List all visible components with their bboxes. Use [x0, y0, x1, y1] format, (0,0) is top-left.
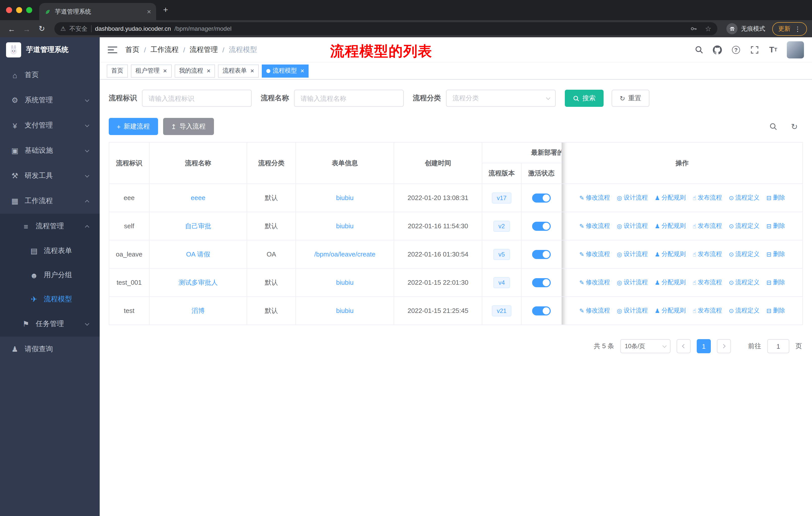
design-process-action[interactable]: ◎ 设计流程: [617, 278, 648, 287]
delete-action[interactable]: ⊟ 删除: [766, 222, 785, 230]
process-definition-action[interactable]: ⊙ 流程定义: [729, 250, 759, 259]
sidebar-item-process-model[interactable]: ✈ 流程模型: [0, 287, 100, 311]
close-icon[interactable]: ×: [300, 67, 304, 74]
modify-process-action[interactable]: ✎ 修改流程: [579, 250, 610, 259]
back-icon[interactable]: ←: [5, 24, 18, 33]
browser-menu-icon[interactable]: ⋮: [794, 25, 801, 32]
form-info-link[interactable]: biubiu: [336, 194, 353, 201]
tag-my-process[interactable]: 我的流程 ×: [174, 64, 215, 77]
design-process-action[interactable]: ◎ 设计流程: [617, 306, 648, 315]
publish-process-action[interactable]: ☝ 发布流程: [693, 306, 722, 315]
close-icon[interactable]: ×: [250, 67, 254, 74]
delete-action[interactable]: ⊟ 删除: [766, 193, 785, 202]
process-name-link[interactable]: 自己审批: [185, 222, 211, 229]
delete-action[interactable]: ⊟ 删除: [766, 306, 785, 315]
process-name-link[interactable]: 滔博: [192, 307, 205, 314]
address-bar[interactable]: ⚠ 不安全 dashboard.yudao.iocoder.cn/bpm/man…: [54, 22, 717, 35]
sidebar-item-infrastructure[interactable]: ▣ 基础设施: [0, 138, 100, 163]
forward-icon[interactable]: →: [20, 24, 33, 33]
publish-process-action[interactable]: ☝ 发布流程: [693, 222, 722, 230]
version-badge[interactable]: v5: [493, 249, 510, 260]
sidebar-item-workflow[interactable]: ▦ 工作流程: [0, 188, 100, 214]
refresh-icon[interactable]: ↻: [790, 122, 799, 131]
search-icon[interactable]: [694, 45, 704, 55]
browser-tab[interactable]: 芋道管理系统 ×: [39, 3, 156, 20]
version-badge[interactable]: v17: [492, 192, 512, 203]
sidebar-item-task-management[interactable]: ⚑ 任务管理: [0, 311, 100, 336]
publish-process-action[interactable]: ☝ 发布流程: [693, 278, 722, 287]
active-toggle[interactable]: [532, 193, 551, 202]
page-size-select[interactable]: 10条/页: [620, 339, 671, 353]
create-process-button[interactable]: + 新建流程: [109, 118, 158, 135]
page-1-button[interactable]: 1: [697, 339, 711, 353]
sidebar-collapse-icon[interactable]: [108, 46, 117, 54]
sidebar-item-home[interactable]: ⌂ 首页: [0, 62, 100, 88]
help-icon[interactable]: ?: [731, 45, 741, 55]
sidebar-item-user-group[interactable]: ☻ 用户分组: [0, 263, 100, 287]
form-info-link[interactable]: /bpm/oa/leave/create: [314, 250, 376, 258]
window-zoom-button[interactable]: [26, 7, 32, 13]
design-process-action[interactable]: ◎ 设计流程: [617, 222, 648, 230]
design-process-action[interactable]: ◎ 设计流程: [617, 250, 648, 259]
active-toggle[interactable]: [532, 306, 551, 315]
process-definition-action[interactable]: ⊙ 流程定义: [729, 222, 759, 230]
tag-tenant-management[interactable]: 租户管理 ×: [131, 64, 171, 77]
breadcrumb-home[interactable]: 首页: [125, 45, 140, 54]
reset-button[interactable]: ↻ 重置: [612, 90, 649, 107]
prev-page-button[interactable]: [676, 339, 691, 353]
search-icon[interactable]: [769, 122, 778, 131]
process-name-input[interactable]: [294, 90, 404, 107]
assign-rule-action[interactable]: ♟ 分配规则: [655, 222, 686, 230]
window-close-button[interactable]: [6, 7, 12, 13]
version-badge[interactable]: v2: [493, 220, 510, 232]
window-minimize-button[interactable]: [16, 7, 22, 13]
app-logo[interactable]: 芋道管理系统: [0, 37, 100, 62]
version-badge[interactable]: v21: [492, 305, 512, 316]
import-process-button[interactable]: ↥ 导入流程: [163, 118, 214, 135]
assign-rule-action[interactable]: ♟ 分配规则: [655, 278, 686, 287]
security-label[interactable]: 不安全: [69, 24, 88, 33]
active-toggle[interactable]: [532, 278, 551, 287]
process-name-link[interactable]: OA 请假: [186, 250, 210, 258]
tab-close-icon[interactable]: ×: [147, 7, 151, 16]
tag-process-form[interactable]: 流程表单 ×: [218, 64, 259, 77]
sidebar-item-leave-query[interactable]: ♟ 请假查询: [0, 336, 100, 362]
bookmark-star-icon[interactable]: ☆: [705, 25, 711, 33]
process-definition-action[interactable]: ⊙ 流程定义: [729, 278, 759, 287]
version-badge[interactable]: v4: [493, 277, 510, 288]
fullscreen-icon[interactable]: [750, 45, 760, 55]
process-name-link[interactable]: 测试多审批人: [178, 278, 218, 286]
process-definition-action[interactable]: ⊙ 流程定义: [729, 193, 759, 202]
modify-process-action[interactable]: ✎ 修改流程: [579, 222, 610, 230]
assign-rule-action[interactable]: ♟ 分配规则: [655, 306, 686, 315]
tag-process-model[interactable]: 流程模型 ×: [262, 64, 309, 77]
active-toggle[interactable]: [532, 250, 551, 259]
publish-process-action[interactable]: ☝ 发布流程: [693, 193, 722, 202]
browser-update-button[interactable]: 更新 ⋮: [772, 22, 807, 35]
form-info-link[interactable]: biubiu: [336, 307, 353, 315]
process-category-select[interactable]: 流程分类: [446, 90, 556, 107]
reload-icon[interactable]: ↻: [35, 24, 48, 33]
assign-rule-action[interactable]: ♟ 分配规则: [655, 193, 686, 202]
form-info-link[interactable]: biubiu: [336, 279, 353, 286]
key-icon[interactable]: [689, 24, 699, 34]
sidebar-item-dev-tools[interactable]: ⚒ 研发工具: [0, 163, 100, 188]
form-info-link[interactable]: biubiu: [336, 222, 353, 230]
font-size-icon[interactable]: TT: [768, 45, 778, 55]
breadcrumb-process-management[interactable]: 流程管理: [190, 45, 218, 54]
close-icon[interactable]: ×: [163, 67, 167, 74]
breadcrumb-workflow[interactable]: 工作流程: [150, 45, 179, 54]
new-tab-button[interactable]: +: [163, 5, 168, 15]
sidebar-item-payment-management[interactable]: ¥ 支付管理: [0, 113, 100, 138]
design-process-action[interactable]: ◎ 设计流程: [617, 193, 648, 202]
active-toggle[interactable]: [532, 221, 551, 230]
tag-home[interactable]: 首页: [107, 64, 128, 77]
delete-action[interactable]: ⊟ 删除: [766, 278, 785, 287]
process-id-input[interactable]: [142, 90, 252, 107]
github-icon[interactable]: [712, 45, 722, 55]
search-button[interactable]: 搜索: [565, 90, 604, 107]
sidebar-item-process-management[interactable]: ≡ 流程管理: [0, 214, 100, 239]
delete-action[interactable]: ⊟ 删除: [766, 250, 785, 259]
sidebar-item-system-management[interactable]: ⚙ 系统管理: [0, 88, 100, 113]
publish-process-action[interactable]: ☝ 发布流程: [693, 250, 722, 259]
